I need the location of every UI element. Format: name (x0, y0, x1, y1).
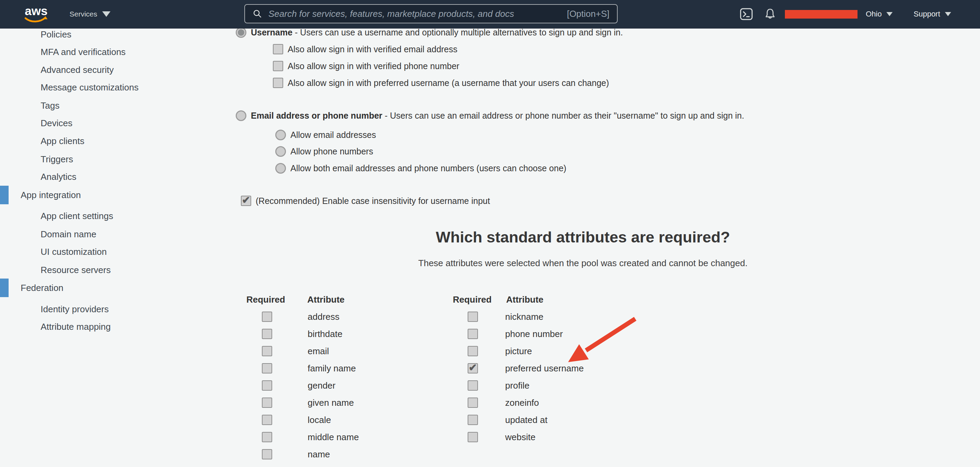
required-checkbox-preferred-username[interactable]: ✔ (468, 363, 478, 373)
sidebar-item-policies[interactable]: Policies (41, 29, 72, 40)
attribute-label: preferred username (505, 363, 584, 374)
sidebar-item-analytics[interactable]: Analytics (41, 172, 76, 182)
cloudshell-button[interactable] (740, 0, 753, 28)
sidebar-item-app-integration[interactable]: App integration (21, 190, 81, 200)
attribute-label: name (308, 449, 330, 460)
attribute-label: website (505, 432, 535, 443)
attribute-row: ✔ preferred username (453, 360, 666, 377)
required-checkbox-picture[interactable]: ✔ (468, 346, 478, 356)
checkbox-label: (Recommended) Enable case insensitivity … (256, 196, 490, 206)
sidebar-item-tags[interactable]: Tags (41, 100, 59, 111)
required-checkbox-nickname[interactable]: ✔ (468, 311, 478, 322)
attribute-row: ✔ locale (247, 411, 460, 429)
required-checkbox-phone-number[interactable]: ✔ (468, 329, 478, 339)
attribute-row: ✔ email (247, 343, 460, 360)
attribute-row: ✔ birthdate (247, 325, 460, 343)
sidebar-item-ui-customization[interactable]: UI customization (41, 246, 107, 257)
sidebar-item-triggers[interactable]: Triggers (41, 154, 73, 164)
sidebar-item-app-clients[interactable]: App clients (41, 136, 84, 146)
email-phone-radio[interactable] (236, 110, 247, 121)
check-icon: ✔ (469, 363, 477, 373)
attribute-row: ✔ family name (247, 360, 460, 377)
required-checkbox-gender[interactable]: ✔ (262, 380, 272, 391)
sidebar-item-domain-name[interactable]: Domain name (41, 229, 96, 239)
allow-both-row: Allow both email addresses and phone num… (275, 163, 566, 174)
allow-email-radio[interactable] (275, 130, 286, 140)
required-checkbox-middle-name[interactable]: ✔ (262, 432, 272, 442)
sidebar-item-advanced-security[interactable]: Advanced security (41, 65, 113, 75)
sidebar-item-federation[interactable]: Federation (21, 283, 63, 293)
support-label: Support (913, 10, 940, 19)
active-indicator (0, 186, 9, 204)
required-checkbox-family-name[interactable]: ✔ (262, 363, 272, 373)
aws-logo-text: aws (25, 4, 48, 17)
sidebar-item-message-customizations[interactable]: Message customizations (41, 82, 139, 92)
sidebar-item-app-client-settings[interactable]: App client settings (41, 211, 113, 221)
cognito-attributes-page: Username - Users can use a username and … (0, 0, 980, 467)
checkbox-label: Also allow sign in with verified email a… (288, 44, 457, 54)
caret-down-icon (886, 12, 892, 16)
attribute-label: nickname (505, 311, 543, 322)
preferred-username-signin-checkbox[interactable]: ✔ (273, 78, 283, 88)
verified-email-checkbox[interactable]: ✔ (273, 44, 283, 54)
search-placeholder: Search for services, features, marketpla… (269, 9, 560, 19)
attribute-header: Attribute (307, 294, 344, 305)
sidebar-item-devices[interactable]: Devices (41, 118, 72, 128)
services-menu[interactable]: Services (70, 0, 110, 28)
caret-down-icon (945, 12, 951, 16)
attribute-label: picture (505, 346, 532, 357)
section-title: Which standard attributes are required? (193, 228, 973, 246)
account-name-redaction[interactable] (785, 10, 858, 19)
signin-checkbox-row: ✔ Also allow sign in with verified phone… (273, 60, 460, 71)
required-header: Required (247, 294, 285, 305)
required-checkbox-zoneinfo[interactable]: ✔ (468, 397, 478, 408)
username-option-label: Username - Users can use a username and … (251, 27, 623, 38)
attribute-row: ✔ nickname (453, 308, 666, 325)
sidebar-item-identity-providers[interactable]: Identity providers (41, 304, 109, 315)
required-checkbox-profile[interactable]: ✔ (468, 380, 478, 391)
required-checkbox-updated-at[interactable]: ✔ (468, 415, 478, 425)
case-insensitivity-checkbox[interactable]: ✔ (241, 196, 251, 206)
aws-navbar: aws Services Search for services, featur… (0, 0, 980, 29)
search-shortcut: [Option+S] (567, 9, 609, 19)
required-checkbox-address[interactable]: ✔ (262, 311, 272, 322)
required-checkbox-website[interactable]: ✔ (468, 432, 478, 442)
sidebar-item-attribute-mapping[interactable]: Attribute mapping (41, 321, 111, 332)
search-input[interactable]: Search for services, features, marketpla… (244, 4, 618, 23)
attribute-label: phone number (505, 329, 563, 340)
verified-phone-checkbox[interactable]: ✔ (273, 61, 283, 71)
required-checkbox-locale[interactable]: ✔ (262, 415, 272, 425)
attribute-row: ✔ website (453, 429, 666, 446)
attribute-row: ✔ zoneinfo (453, 394, 666, 411)
allow-phone-radio[interactable] (275, 146, 286, 157)
username-radio[interactable] (236, 27, 247, 38)
attribute-label: birthdate (308, 329, 342, 340)
required-checkbox-given-name[interactable]: ✔ (262, 397, 272, 408)
attribute-label: gender (308, 380, 336, 391)
attribute-row: ✔ phone number (453, 325, 666, 343)
attributes-column-left: Required Attribute ✔ address ✔ birthdate… (247, 293, 460, 465)
region-label: Ohio (866, 10, 881, 19)
support-menu[interactable]: Support (913, 0, 951, 28)
aws-logo[interactable]: aws (24, 4, 49, 25)
caret-down-icon (102, 11, 110, 17)
signin-checkbox-row: ✔ Also allow sign in with verified email… (273, 44, 457, 55)
attribute-row: ✔ gender (247, 377, 460, 394)
attribute-label: profile (505, 380, 530, 391)
attribute-label: zoneinfo (505, 397, 539, 408)
required-checkbox-email[interactable]: ✔ (262, 346, 272, 356)
cloudshell-icon (740, 7, 753, 21)
required-checkbox-name[interactable]: ✔ (262, 449, 272, 459)
aws-smile-icon (25, 17, 45, 22)
radio-label: Allow both email addresses and phone num… (290, 164, 566, 173)
required-checkbox-birthdate[interactable]: ✔ (262, 329, 272, 339)
allow-both-radio[interactable] (275, 163, 286, 174)
sidebar-item-resource-servers[interactable]: Resource servers (41, 265, 111, 275)
attribute-row: ✔ address (247, 308, 460, 325)
sidebar-item-mfa-verifications[interactable]: MFA and verifications (41, 47, 126, 57)
attribute-row: ✔ profile (453, 377, 666, 394)
radio-label: Allow email addresses (290, 130, 376, 140)
attribute-label: middle name (308, 432, 359, 443)
region-menu[interactable]: Ohio (866, 0, 892, 28)
notifications-button[interactable] (764, 0, 776, 28)
